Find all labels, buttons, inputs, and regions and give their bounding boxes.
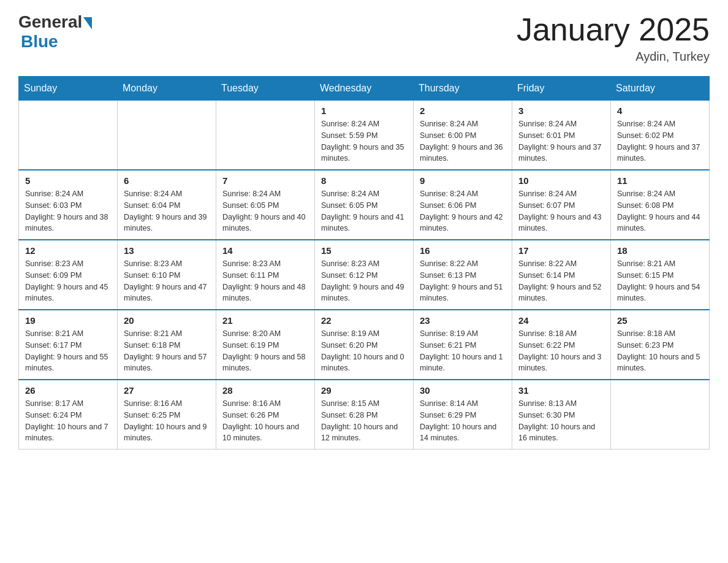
- day-number: 4: [617, 105, 703, 116]
- day-number: 14: [222, 245, 308, 256]
- calendar-week-row: 12Sunrise: 8:23 AM Sunset: 6:09 PM Dayli…: [19, 240, 710, 310]
- day-number: 1: [321, 105, 407, 116]
- day-number: 13: [124, 245, 210, 256]
- calendar-week-row: 26Sunrise: 8:17 AM Sunset: 6:24 PM Dayli…: [19, 380, 710, 450]
- day-info: Sunrise: 8:17 AM Sunset: 6:24 PM Dayligh…: [25, 398, 111, 444]
- day-info: Sunrise: 8:24 AM Sunset: 6:07 PM Dayligh…: [518, 188, 604, 234]
- day-info: Sunrise: 8:20 AM Sunset: 6:19 PM Dayligh…: [222, 328, 308, 374]
- day-info: Sunrise: 8:24 AM Sunset: 6:05 PM Dayligh…: [321, 188, 407, 234]
- day-info: Sunrise: 8:24 AM Sunset: 6:05 PM Dayligh…: [222, 188, 308, 234]
- day-number: 12: [25, 245, 111, 256]
- calendar-cell: 14Sunrise: 8:23 AM Sunset: 6:11 PM Dayli…: [216, 240, 315, 310]
- calendar-cell: [19, 101, 118, 170]
- day-number: 23: [420, 315, 506, 326]
- calendar-cell: 25Sunrise: 8:18 AM Sunset: 6:23 PM Dayli…: [611, 310, 710, 380]
- day-info: Sunrise: 8:22 AM Sunset: 6:14 PM Dayligh…: [518, 258, 604, 304]
- column-header-friday: Friday: [512, 77, 611, 101]
- logo-triangle-icon: [83, 17, 92, 29]
- calendar-cell: 5Sunrise: 8:24 AM Sunset: 6:03 PM Daylig…: [19, 170, 118, 240]
- day-number: 18: [617, 245, 703, 256]
- day-number: 26: [25, 385, 111, 396]
- day-number: 24: [518, 315, 604, 326]
- calendar-cell: 23Sunrise: 8:19 AM Sunset: 6:21 PM Dayli…: [414, 310, 512, 380]
- calendar-cell: 6Sunrise: 8:24 AM Sunset: 6:04 PM Daylig…: [118, 170, 216, 240]
- day-number: 3: [518, 105, 604, 116]
- calendar-cell: 20Sunrise: 8:21 AM Sunset: 6:18 PM Dayli…: [118, 310, 216, 380]
- calendar-cell: 27Sunrise: 8:16 AM Sunset: 6:25 PM Dayli…: [118, 380, 216, 450]
- day-number: 27: [124, 385, 210, 396]
- calendar-week-row: 1Sunrise: 8:24 AM Sunset: 5:59 PM Daylig…: [19, 101, 710, 170]
- day-number: 25: [617, 315, 703, 326]
- calendar-cell: 28Sunrise: 8:16 AM Sunset: 6:26 PM Dayli…: [216, 380, 315, 450]
- calendar-cell: 7Sunrise: 8:24 AM Sunset: 6:05 PM Daylig…: [216, 170, 315, 240]
- calendar-cell: 29Sunrise: 8:15 AM Sunset: 6:28 PM Dayli…: [315, 380, 414, 450]
- calendar-cell: 30Sunrise: 8:14 AM Sunset: 6:29 PM Dayli…: [414, 380, 512, 450]
- calendar-cell: 1Sunrise: 8:24 AM Sunset: 5:59 PM Daylig…: [315, 101, 414, 170]
- day-number: 30: [420, 385, 506, 396]
- day-info: Sunrise: 8:19 AM Sunset: 6:20 PM Dayligh…: [321, 328, 407, 374]
- day-number: 29: [321, 385, 407, 396]
- calendar-cell: 31Sunrise: 8:13 AM Sunset: 6:30 PM Dayli…: [512, 380, 611, 450]
- day-number: 11: [617, 175, 703, 186]
- day-number: 22: [321, 315, 407, 326]
- day-info: Sunrise: 8:21 AM Sunset: 6:17 PM Dayligh…: [25, 328, 111, 374]
- day-info: Sunrise: 8:23 AM Sunset: 6:11 PM Dayligh…: [222, 258, 308, 304]
- day-number: 19: [25, 315, 111, 326]
- day-info: Sunrise: 8:18 AM Sunset: 6:22 PM Dayligh…: [518, 328, 604, 374]
- calendar-cell: 10Sunrise: 8:24 AM Sunset: 6:07 PM Dayli…: [512, 170, 611, 240]
- calendar-cell: 8Sunrise: 8:24 AM Sunset: 6:05 PM Daylig…: [315, 170, 414, 240]
- day-number: 5: [25, 175, 111, 186]
- calendar-cell: 2Sunrise: 8:24 AM Sunset: 6:00 PM Daylig…: [414, 101, 512, 170]
- day-number: 17: [518, 245, 604, 256]
- calendar-cell: 24Sunrise: 8:18 AM Sunset: 6:22 PM Dayli…: [512, 310, 611, 380]
- column-header-wednesday: Wednesday: [315, 77, 414, 101]
- calendar-cell: [216, 101, 315, 170]
- day-info: Sunrise: 8:24 AM Sunset: 6:04 PM Dayligh…: [124, 188, 210, 234]
- day-info: Sunrise: 8:16 AM Sunset: 6:26 PM Dayligh…: [222, 398, 308, 444]
- location-label: Aydin, Turkey: [517, 50, 710, 64]
- calendar-cell: 15Sunrise: 8:23 AM Sunset: 6:12 PM Dayli…: [315, 240, 414, 310]
- day-number: 8: [321, 175, 407, 186]
- calendar-cell: [118, 101, 216, 170]
- calendar-cell: 18Sunrise: 8:21 AM Sunset: 6:15 PM Dayli…: [611, 240, 710, 310]
- day-number: 28: [222, 385, 308, 396]
- column-header-monday: Monday: [118, 77, 216, 101]
- day-info: Sunrise: 8:22 AM Sunset: 6:13 PM Dayligh…: [420, 258, 506, 304]
- day-number: 9: [420, 175, 506, 186]
- calendar-cell: 21Sunrise: 8:20 AM Sunset: 6:19 PM Dayli…: [216, 310, 315, 380]
- day-info: Sunrise: 8:15 AM Sunset: 6:28 PM Dayligh…: [321, 398, 407, 444]
- calendar-week-row: 19Sunrise: 8:21 AM Sunset: 6:17 PM Dayli…: [19, 310, 710, 380]
- day-info: Sunrise: 8:13 AM Sunset: 6:30 PM Dayligh…: [518, 398, 604, 444]
- day-info: Sunrise: 8:16 AM Sunset: 6:25 PM Dayligh…: [124, 398, 210, 444]
- calendar-cell: 11Sunrise: 8:24 AM Sunset: 6:08 PM Dayli…: [611, 170, 710, 240]
- day-number: 6: [124, 175, 210, 186]
- day-info: Sunrise: 8:24 AM Sunset: 6:01 PM Dayligh…: [518, 118, 604, 164]
- calendar-cell: [611, 380, 710, 450]
- calendar-cell: 19Sunrise: 8:21 AM Sunset: 6:17 PM Dayli…: [19, 310, 118, 380]
- day-info: Sunrise: 8:24 AM Sunset: 6:02 PM Dayligh…: [617, 118, 703, 164]
- day-info: Sunrise: 8:21 AM Sunset: 6:18 PM Dayligh…: [124, 328, 210, 374]
- calendar-cell: 12Sunrise: 8:23 AM Sunset: 6:09 PM Dayli…: [19, 240, 118, 310]
- day-number: 10: [518, 175, 604, 186]
- logo-general-text: General: [18, 12, 82, 32]
- day-info: Sunrise: 8:18 AM Sunset: 6:23 PM Dayligh…: [617, 328, 703, 374]
- day-info: Sunrise: 8:24 AM Sunset: 6:06 PM Dayligh…: [420, 188, 506, 234]
- title-section: January 2025 Aydin, Turkey: [517, 12, 710, 64]
- calendar-cell: 17Sunrise: 8:22 AM Sunset: 6:14 PM Dayli…: [512, 240, 611, 310]
- column-header-sunday: Sunday: [19, 77, 118, 101]
- calendar-cell: 9Sunrise: 8:24 AM Sunset: 6:06 PM Daylig…: [414, 170, 512, 240]
- page-header: General Blue January 2025 Aydin, Turkey: [18, 12, 710, 64]
- day-info: Sunrise: 8:14 AM Sunset: 6:29 PM Dayligh…: [420, 398, 506, 444]
- calendar-cell: 4Sunrise: 8:24 AM Sunset: 6:02 PM Daylig…: [611, 101, 710, 170]
- month-title: January 2025: [517, 12, 710, 47]
- day-info: Sunrise: 8:19 AM Sunset: 6:21 PM Dayligh…: [420, 328, 506, 374]
- calendar-cell: 13Sunrise: 8:23 AM Sunset: 6:10 PM Dayli…: [118, 240, 216, 310]
- day-number: 2: [420, 105, 506, 116]
- day-number: 31: [518, 385, 604, 396]
- day-number: 20: [124, 315, 210, 326]
- calendar-header-row: SundayMondayTuesdayWednesdayThursdayFrid…: [19, 77, 710, 101]
- day-info: Sunrise: 8:23 AM Sunset: 6:12 PM Dayligh…: [321, 258, 407, 304]
- day-info: Sunrise: 8:24 AM Sunset: 6:00 PM Dayligh…: [420, 118, 506, 164]
- column-header-tuesday: Tuesday: [216, 77, 315, 101]
- day-info: Sunrise: 8:23 AM Sunset: 6:09 PM Dayligh…: [25, 258, 111, 304]
